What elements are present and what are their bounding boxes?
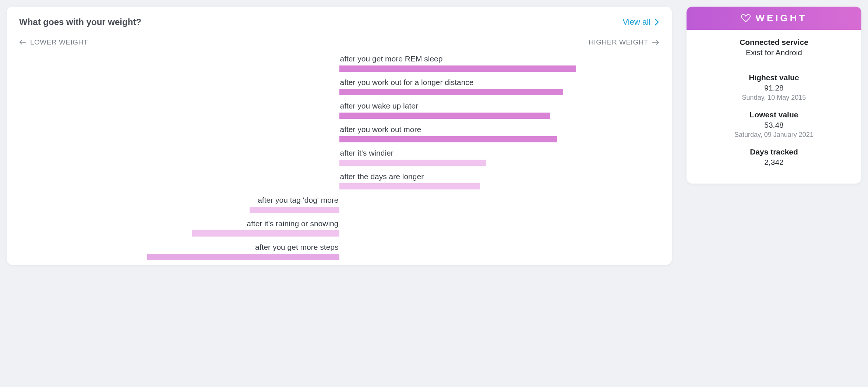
arrow-left-icon	[19, 39, 27, 45]
correlation-label: after it's raining or snowing	[247, 219, 338, 228]
axis-row: LOWER WEIGHT HIGHER WEIGHT	[19, 38, 659, 46]
correlation-bar	[339, 65, 576, 72]
days-tracked-value: 2,342	[694, 158, 854, 167]
highest-date: Sunday, 10 May 2015	[694, 94, 854, 102]
axis-lower: LOWER WEIGHT	[19, 38, 88, 46]
correlation-row[interactable]: after you tag 'dog' more	[19, 194, 659, 218]
correlation-row[interactable]: after the days are longer	[19, 171, 659, 194]
highest-label: Highest value	[694, 73, 854, 82]
correlation-label: after you tag 'dog' more	[258, 196, 338, 205]
weight-summary-card: WEIGHT Connected service Exist for Andro…	[687, 7, 861, 184]
side-header-title: WEIGHT	[756, 13, 807, 24]
correlation-bar	[147, 254, 339, 260]
correlation-label: after you work out more	[340, 125, 421, 134]
axis-lower-label: LOWER WEIGHT	[30, 38, 88, 46]
side-header: WEIGHT	[687, 7, 861, 30]
card-header: What goes with your weight? View all	[19, 17, 659, 27]
heart-icon	[741, 14, 751, 23]
correlation-label: after you get more REM sleep	[340, 54, 443, 63]
correlation-list: after you get more REM sleepafter you wo…	[19, 53, 659, 265]
connected-service-label: Connected service	[694, 38, 854, 47]
correlation-bar	[192, 230, 339, 237]
card-title: What goes with your weight?	[19, 17, 141, 27]
axis-higher: HIGHER WEIGHT	[589, 38, 659, 46]
correlation-bar	[339, 113, 551, 119]
correlation-bar	[339, 183, 480, 189]
correlation-row[interactable]: after you work out more	[19, 124, 659, 147]
correlation-row[interactable]: after it's raining or snowing	[19, 218, 659, 241]
correlations-card: What goes with your weight? View all LOW…	[7, 7, 672, 265]
lowest-date: Saturday, 09 January 2021	[694, 131, 854, 139]
correlation-row[interactable]: after you get more REM sleep	[19, 53, 659, 77]
correlation-label: after the days are longer	[340, 172, 424, 181]
chevron-right-icon	[654, 18, 659, 26]
lowest-label: Lowest value	[694, 110, 854, 119]
axis-higher-label: HIGHER WEIGHT	[589, 38, 648, 46]
lowest-value: 53.48	[694, 121, 854, 129]
view-all-link[interactable]: View all	[623, 17, 659, 27]
correlation-label: after you get more steps	[255, 243, 338, 252]
correlation-bar	[339, 136, 557, 142]
correlation-bar	[339, 160, 487, 166]
correlation-label: after it's windier	[340, 149, 394, 157]
days-tracked-label: Days tracked	[694, 148, 854, 156]
correlation-label: after you wake up later	[340, 102, 418, 110]
correlation-row[interactable]: after you work out for a longer distance	[19, 77, 659, 100]
connected-service-value: Exist for Android	[694, 48, 854, 57]
correlation-label: after you work out for a longer distance	[340, 78, 474, 87]
highest-value: 91.28	[694, 84, 854, 92]
correlation-row[interactable]: after it's windier	[19, 147, 659, 171]
arrow-right-icon	[652, 39, 659, 45]
correlation-bar	[339, 89, 564, 95]
side-body: Connected service Exist for Android High…	[687, 30, 861, 184]
correlation-row[interactable]: after you wake up later	[19, 100, 659, 124]
correlation-bar	[250, 207, 339, 213]
correlation-row[interactable]: after you get more steps	[19, 241, 659, 265]
view-all-label: View all	[623, 17, 650, 27]
